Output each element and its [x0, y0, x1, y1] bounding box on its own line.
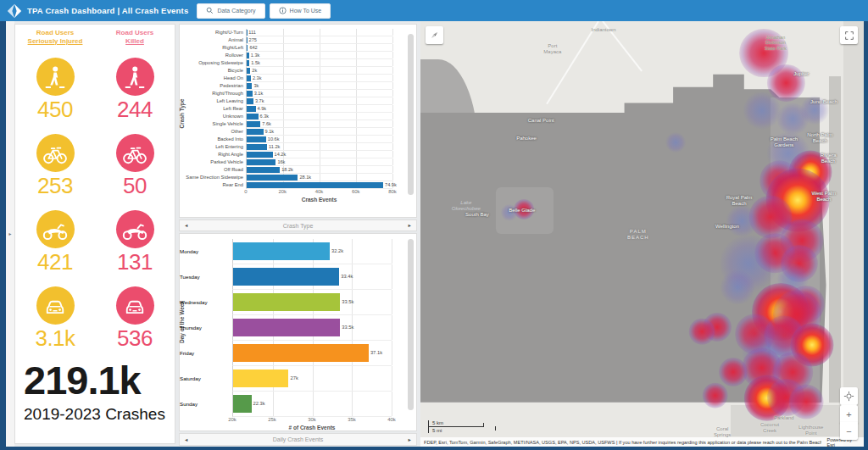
bar-tuesday[interactable] [233, 268, 339, 286]
header-bar: TPA Crash Dashboard | All Crash Events D… [0, 0, 868, 21]
bar-wednesday[interactable] [233, 293, 340, 311]
gridline [283, 52, 284, 58]
gridline [283, 44, 284, 51]
bar-other[interactable] [247, 129, 264, 135]
heat-spot [702, 382, 728, 408]
compass-reset-button[interactable] [426, 26, 443, 44]
bar-friday[interactable] [233, 344, 369, 362]
zoom-in-button[interactable]: + [840, 405, 858, 423]
chart-row-other: Other9.1k [180, 128, 416, 136]
gridline [392, 136, 393, 142]
gridline [392, 341, 392, 365]
x-tick: 40k [387, 417, 396, 422]
bar-right-through[interactable] [247, 91, 253, 97]
plot-area: 6.3k [246, 113, 392, 120]
carousel-right-icon[interactable]: ► [408, 437, 412, 442]
plot-area: 2k [246, 67, 392, 75]
locate-me-button[interactable] [840, 387, 858, 405]
map-label-coral-springs: Coral Springs [714, 426, 731, 438]
map-label-belle-glade: Belle Glade [509, 207, 535, 213]
carousel-right-icon[interactable]: ► [408, 223, 412, 228]
bar-parked-vehicle[interactable] [247, 159, 275, 165]
gridline [392, 392, 392, 416]
bar-rear-end[interactable] [247, 182, 383, 188]
bar-left-entering[interactable] [247, 144, 267, 150]
bar-rollover[interactable] [247, 53, 249, 58]
x-tick: 0 [244, 189, 247, 194]
gridline [320, 82, 320, 89]
category-label: Rear End [180, 181, 246, 189]
value-label: 1.3k [251, 52, 260, 59]
gridline [320, 143, 320, 150]
chevron-right-icon: ► [8, 231, 13, 236]
bar-opposing-sideswipe[interactable] [247, 60, 249, 66]
bar-right-left[interactable] [247, 45, 248, 51]
gridline [352, 392, 353, 416]
panel-collapse-handle[interactable]: ► [6, 21, 14, 447]
bar-thursday[interactable] [233, 319, 340, 336]
map-label-palm-beach-gardens: Palm Beach Gardens [771, 136, 798, 148]
total-crashes-label: 2019-2023 Crashes [24, 405, 175, 424]
bar-off-road[interactable] [247, 167, 280, 173]
bar-sunday[interactable] [233, 395, 252, 413]
bar-left-rear[interactable] [247, 106, 256, 112]
x-tick: 25k [268, 417, 276, 422]
gridline [283, 75, 284, 81]
gridline [283, 113, 284, 119]
chart-row-off-road: Off Road18.2k [180, 166, 416, 174]
crash-type-chart: Crash Type Right/U-Turn111Animal275Right… [179, 24, 417, 218]
expand-map-button[interactable] [840, 26, 858, 44]
data-category-button[interactable]: Data Category [197, 3, 264, 19]
plot-area: 10.6k [246, 136, 392, 143]
map-label-jupiter: Jupiter [793, 71, 809, 77]
gridline [356, 90, 357, 97]
bar-backed-into[interactable] [247, 136, 266, 142]
seriously-injured-header: Road Users Seriously Injured [15, 29, 95, 46]
chart-row-right-u-turn: Right/U-Turn111 [180, 29, 416, 36]
chart-scrollbar[interactable] [408, 34, 414, 195]
daily-crash-chart: Day of the Week Monday32.2kTuesday33.4kW… [179, 233, 417, 431]
category-label: Same Direction Sideswipe [180, 174, 246, 181]
value-label: 3.1k [254, 90, 264, 97]
crash-heatmap-map[interactable]: IndiantownPort MayacaJonathan Dickinson … [420, 21, 864, 447]
category-label: Tuesday [180, 264, 232, 290]
gridline [392, 366, 392, 391]
bar-head-on[interactable] [247, 75, 251, 81]
chart-row-bicycle: Bicycle2k [180, 67, 416, 75]
zoom-out-button[interactable]: − [840, 422, 858, 440]
map-label-coconut-creek: Coconut Creek [760, 422, 779, 434]
bar-right-angle[interactable] [247, 152, 273, 158]
plot-area: 22.3k [232, 392, 392, 417]
plot-area: 33.5k [232, 315, 392, 341]
crash-type-carousel: ◄ Crash Type ► [179, 219, 417, 231]
plot-area: 11.2k [246, 143, 392, 151]
bar-animal[interactable] [247, 37, 248, 43]
category-label: Pedestrian [180, 82, 246, 90]
chart-scrollbar[interactable] [408, 239, 414, 410]
gridline [392, 290, 392, 314]
value-label: 111 [248, 29, 256, 36]
bar-left-leaving[interactable] [247, 98, 253, 104]
value-label: 4.9k [258, 105, 267, 113]
bar-pedestrian[interactable] [247, 83, 252, 89]
bar-unknown[interactable] [247, 114, 259, 119]
value-label: 14.2k [275, 151, 287, 158]
bar-single-vehicle[interactable] [247, 121, 260, 127]
gridline [356, 158, 357, 165]
gridline [283, 67, 284, 74]
map-label-parkland: Parkland [774, 414, 794, 420]
x-tick: 20k [278, 189, 287, 194]
bar-monday[interactable] [233, 242, 330, 260]
bar-bicycle[interactable] [247, 68, 250, 74]
plot-area: 37.1k [232, 341, 392, 366]
gridline [283, 136, 284, 142]
gridline [320, 29, 320, 36]
plot-area: 9.1k [246, 128, 392, 136]
how-to-use-button[interactable]: How To Use [270, 3, 331, 19]
bar-same-direction-sideswipe[interactable] [247, 175, 298, 181]
scalebar-km: 5 km [428, 420, 484, 427]
bar-saturday[interactable] [233, 369, 288, 387]
plot-area: 74.9k [246, 181, 392, 189]
plot-area: 2.3k [246, 75, 392, 82]
chart-row-monday: Monday32.2k [180, 239, 416, 264]
